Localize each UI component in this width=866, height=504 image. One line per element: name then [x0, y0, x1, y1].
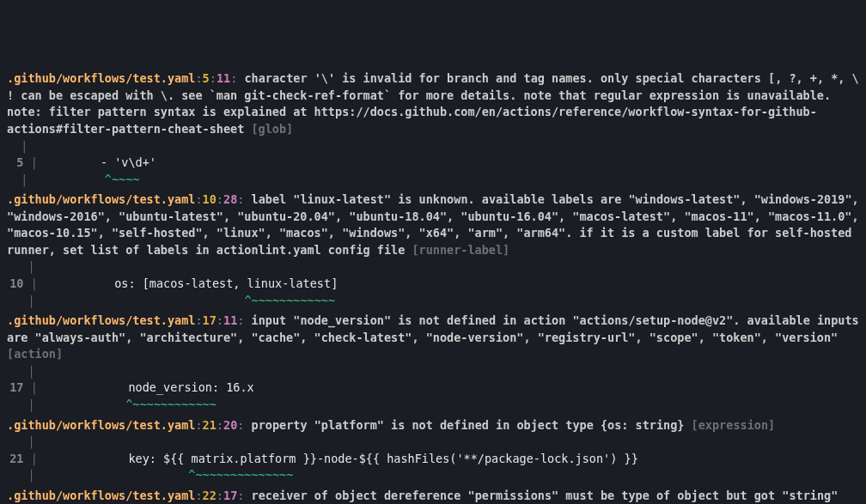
error-header: .github/workflows/test.yaml:22:17: recei…: [7, 488, 859, 504]
sep-colon: :: [237, 313, 244, 327]
sep-colon: :: [237, 192, 244, 206]
gutter-line-number: 5: [7, 155, 24, 172]
error-line: 21: [203, 418, 216, 432]
error-header: .github/workflows/test.yaml:17:11: input…: [7, 313, 859, 363]
gutter-pipe: |: [7, 468, 35, 482]
error-underline-line: | ^~~~~~~~~~~~~~~: [7, 467, 859, 484]
context-pipe-line: |: [7, 363, 859, 380]
error-code: os: [macos-latest, linux-latest]: [114, 276, 338, 290]
error-underline-line: | ^~~~~: [7, 172, 859, 189]
error-code: - 'v\d+': [101, 155, 156, 169]
gutter-line-number: 10: [7, 276, 24, 293]
error-tag: [expression]: [692, 418, 776, 432]
gutter-pipe: |: [24, 452, 38, 465]
error-col: 28: [223, 192, 237, 206]
sep-colon: :: [216, 192, 223, 206]
gutter-line-number: 21: [7, 451, 24, 468]
sep-colon: :: [216, 418, 223, 432]
error-message: receiver of object dereference "permissi…: [252, 489, 839, 502]
sep-colon: :: [216, 489, 223, 502]
error-underline: ^~~~~~~~~~~~~: [244, 294, 335, 307]
error-code: node_version: 16.x: [128, 380, 253, 394]
error-col: 11: [216, 71, 230, 85]
error-header: .github/workflows/test.yaml:5:11: charac…: [7, 70, 859, 137]
sep-colon: :: [195, 418, 202, 432]
error-header: .github/workflows/test.yaml:21:20: prope…: [7, 417, 859, 434]
error-code-line: 21 | key: ${{ matrix.platform }}-node-${…: [7, 451, 859, 468]
error-header: .github/workflows/test.yaml:10:28: label…: [7, 191, 859, 258]
error-message: property "platform" is not defined in ob…: [252, 418, 685, 432]
gutter-line-number: 17: [7, 380, 24, 397]
error-block: .github/workflows/test.yaml:22:17: recei…: [7, 488, 859, 504]
error-file: .github/workflows/test.yaml: [7, 192, 195, 206]
terminal-output: .github/workflows/test.yaml:5:11: charac…: [7, 70, 859, 504]
sep-colon: :: [195, 313, 202, 327]
context-pipe-line: |: [7, 434, 859, 451]
gutter-pipe: |: [7, 173, 27, 186]
sep-colon: :: [237, 489, 244, 502]
gutter-pipe: |: [7, 294, 35, 307]
sep-colon: :: [230, 71, 237, 85]
sep-colon: :: [195, 489, 202, 502]
error-line: 10: [203, 192, 216, 206]
context-pipe-line: |: [7, 138, 859, 155]
error-tag: [runner-label]: [412, 243, 509, 257]
error-file: .github/workflows/test.yaml: [7, 313, 195, 327]
error-file: .github/workflows/test.yaml: [7, 418, 195, 432]
error-line: 17: [203, 313, 216, 327]
error-underline: ^~~~~~~~~~~~~~~: [188, 468, 293, 482]
gutter-pipe: |: [24, 276, 38, 290]
error-line: 22: [203, 489, 216, 502]
sep-colon: :: [216, 313, 223, 327]
error-file: .github/workflows/test.yaml: [7, 489, 195, 502]
error-line: 5: [203, 71, 210, 85]
sep-colon: :: [210, 71, 216, 85]
sep-colon: :: [237, 418, 244, 432]
sep-colon: :: [195, 71, 202, 85]
error-block: .github/workflows/test.yaml:21:20: prope…: [7, 417, 859, 484]
gutter-pipe: |: [24, 380, 38, 394]
error-underline: ^~~~~~~~~~~~~: [125, 398, 216, 411]
error-code-line: 17 | node_version: 16.x: [7, 380, 859, 397]
error-underline-line: | ^~~~~~~~~~~~~: [7, 293, 859, 310]
error-file: .github/workflows/test.yaml: [7, 71, 195, 85]
error-tag: [action]: [7, 347, 63, 361]
error-underline: ^~~~~: [105, 173, 140, 186]
error-tag: [glob]: [251, 122, 293, 136]
error-code-line: 5 | - 'v\d+': [7, 155, 859, 172]
error-underline-line: | ^~~~~~~~~~~~~: [7, 397, 859, 414]
error-code-line: 10 | os: [macos-latest, linux-latest]: [7, 276, 859, 293]
gutter-pipe: |: [24, 155, 38, 169]
error-col: 11: [223, 313, 237, 327]
error-block: .github/workflows/test.yaml:5:11: charac…: [7, 70, 859, 188]
context-pipe-line: |: [7, 258, 859, 276]
error-col: 20: [223, 418, 237, 432]
error-col: 17: [223, 489, 237, 502]
gutter-pipe: |: [7, 398, 35, 411]
error-block: .github/workflows/test.yaml:17:11: input…: [7, 313, 859, 413]
error-block: .github/workflows/test.yaml:10:28: label…: [7, 191, 859, 309]
sep-colon: :: [195, 192, 202, 206]
error-code: key: ${{ matrix.platform }}-node-${{ has…: [128, 452, 637, 465]
